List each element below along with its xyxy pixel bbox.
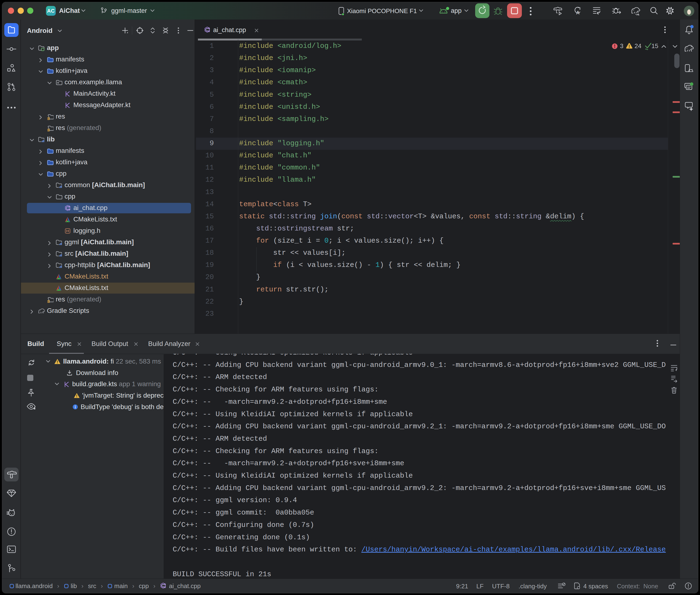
svg-text:A: A (576, 10, 580, 15)
